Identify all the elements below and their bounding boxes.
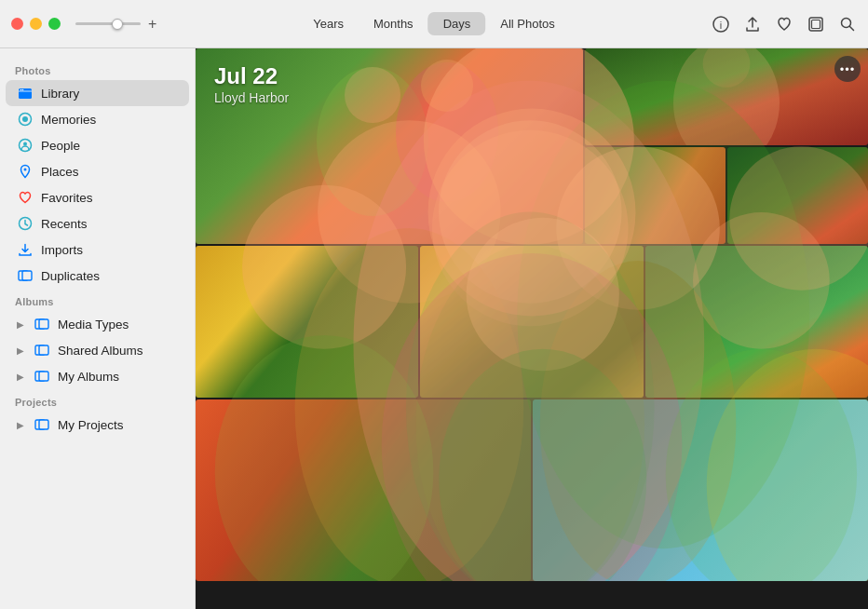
svg-text:i: i [720,19,722,30]
expand-icon-3: ▶ [17,372,24,382]
sidebar-item-favorites[interactable]: Favorites [6,184,189,210]
minimize-button[interactable] [30,18,42,30]
close-button[interactable] [11,18,23,30]
people-icon [17,137,34,154]
sidebar-item-imports[interactable]: Imports [6,237,189,263]
svg-rect-3 [812,20,821,28]
traffic-lights [11,18,61,30]
my-albums-icon [34,368,50,385]
places-label: Places [41,165,79,179]
zoom-slider[interactable] [75,22,141,25]
sidebar-item-my-albums[interactable]: ▶ My Albums [6,363,189,389]
expand-icon: ▶ [17,319,24,330]
photo-area: Jul 22 Lloyd Harbor [196,48,868,581]
sidebar-item-library[interactable]: Library [6,80,189,106]
toolbar-icons: i [712,15,857,34]
sidebar-item-duplicates[interactable]: Duplicates [6,263,189,289]
content-area: Jul 22 Lloyd Harbor [196,48,868,609]
svg-point-12 [24,169,27,171]
recents-label: Recents [41,217,88,231]
imports-icon [17,241,34,258]
sidebar-item-people[interactable]: People [6,132,189,158]
sidebar-item-memories[interactable]: Memories [6,106,189,132]
favorites-icon [17,189,34,206]
tab-all-photos[interactable]: All Photos [485,12,570,35]
crop-icon[interactable] [807,15,825,34]
duplicates-icon [17,267,34,284]
tab-years[interactable]: Years [298,12,359,35]
zoom-plus-icon[interactable]: + [148,16,156,33]
svg-point-52 [666,399,857,581]
sidebar-item-media-types[interactable]: ▶ Media Types [6,311,189,337]
tab-days[interactable]: Days [428,12,486,35]
media-types-icon [34,316,50,332]
svg-point-7 [22,89,24,91]
projects-section-label: Projects [0,389,195,412]
svg-rect-19 [39,345,48,355]
fullscreen-button[interactable] [48,18,61,30]
photos-section-label: Photos [0,58,195,80]
shared-albums-label: Shared Albums [58,344,143,358]
zoom-thumb[interactable] [112,19,123,30]
info-icon[interactable]: i [712,15,730,34]
svg-rect-15 [22,271,32,280]
svg-point-51 [533,399,646,581]
sidebar-item-places[interactable]: Places [6,158,189,184]
zoom-control: + [75,16,156,33]
media-types-label: Media Types [58,318,129,332]
search-icon[interactable] [838,15,857,34]
svg-point-6 [20,89,22,91]
imports-label: Imports [41,243,83,257]
more-button[interactable]: ••• [834,56,861,82]
recents-icon [17,215,34,232]
duplicates-label: Duplicates [41,269,100,283]
sidebar: Photos Library Memories [0,48,196,609]
my-projects-icon [34,416,50,433]
svg-point-9 [22,116,28,122]
svg-rect-17 [39,319,48,329]
library-label: Library [41,87,79,101]
albums-section-label: Albums [0,289,195,311]
places-icon [17,163,34,180]
expand-icon-2: ▶ [17,345,24,356]
svg-point-11 [23,142,27,146]
svg-rect-21 [39,372,48,381]
shared-albums-icon [34,342,50,359]
titlebar: + Years Months Days All Photos i [0,0,868,48]
library-icon [17,85,34,102]
main-layout: Photos Library Memories [0,48,868,609]
heart-icon[interactable] [775,15,793,34]
tab-months[interactable]: Months [359,12,428,35]
sidebar-item-shared-albums[interactable]: ▶ Shared Albums [6,337,189,363]
share-icon[interactable] [743,15,762,34]
expand-icon-4: ▶ [17,420,24,430]
memories-label: Memories [41,113,96,127]
people-label: People [41,139,80,153]
sidebar-item-recents[interactable]: Recents [6,210,189,237]
my-projects-label: My Projects [58,418,124,432]
nav-tabs: Years Months Days All Photos [298,12,570,35]
photo-row-3 [196,399,868,581]
favorites-label: Favorites [41,191,93,205]
memories-icon [17,111,34,128]
my-albums-label: My Albums [58,370,119,384]
photo-9[interactable] [533,399,868,581]
sidebar-item-my-projects[interactable]: ▶ My Projects [6,412,189,438]
svg-rect-23 [39,420,48,429]
